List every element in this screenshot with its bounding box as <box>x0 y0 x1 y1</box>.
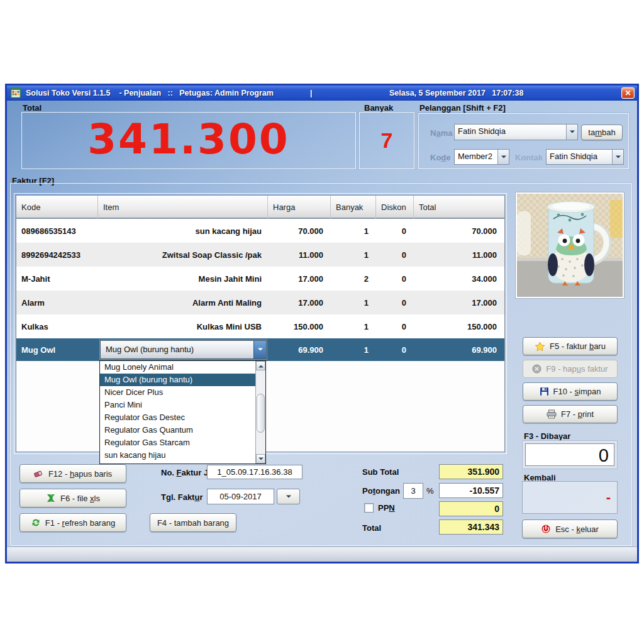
tambah-button[interactable]: tambah <box>581 125 623 140</box>
col-header-kode[interactable]: Kode <box>16 196 98 219</box>
cell-banyak: 1 <box>331 298 376 308</box>
potongan-pct-input[interactable]: 3 <box>403 483 423 499</box>
screenshot: Solusi Toko Versi 1.1.5 - Penjualan :: P… <box>0 0 644 644</box>
f9-hapus-faktur-button: F9 - hapus faktur <box>523 360 618 378</box>
cell-total: 70.000 <box>414 226 504 236</box>
dropdown-item[interactable]: Mug Lonely Animal <box>100 361 255 374</box>
cell-banyak: 1 <box>331 322 376 331</box>
refresh-icon <box>31 518 41 528</box>
cell-harga: 69.900 <box>268 345 331 355</box>
chevron-down-icon[interactable] <box>612 150 623 164</box>
col-header-banyak[interactable]: Banyak <box>331 196 376 219</box>
table-row[interactable]: M-Jahit Mesin Jahit Mini 17.000 2 0 34.0… <box>16 267 504 291</box>
cell-item: Alarm Anti Maling <box>98 298 268 308</box>
circle-x-icon <box>532 364 541 374</box>
cell-harga: 17.000 <box>268 274 331 284</box>
chevron-down-icon[interactable] <box>497 150 509 164</box>
ppn-checkbox[interactable] <box>364 503 374 513</box>
item-combo[interactable]: Mug Owl (burung hantu) <box>100 340 267 359</box>
f10-simpan-button[interactable]: F10 - simpan <box>523 382 618 401</box>
cell-item: Kulkas Mini USB <box>98 322 268 331</box>
close-button[interactable]: ✕ <box>621 87 635 99</box>
app-icon <box>11 88 21 98</box>
total-bottom-label: Total <box>362 523 381 533</box>
kode-combo-value: Member2 <box>455 150 497 164</box>
total-bottom-value: 341.343 <box>439 519 503 535</box>
col-header-harga[interactable]: Harga <box>268 196 331 219</box>
col-header-total[interactable]: Total <box>414 196 504 219</box>
table-row[interactable]: 089686535143 sun kacang hijau 70.000 1 0… <box>16 219 504 243</box>
app-window: Solusi Toko Versi 1.1.5 - Penjualan :: P… <box>5 84 639 564</box>
dropdown-item[interactable]: sun kacang hijau <box>100 449 255 462</box>
cell-item: Zwitsal Soap Classic /pak <box>98 250 268 260</box>
printer-icon <box>547 409 557 419</box>
cell-banyak: 1 <box>331 226 376 236</box>
button-label: F1 - refresh barang <box>45 518 115 528</box>
dropdown-item[interactable]: Regulator Gas Destec <box>100 411 255 424</box>
cell-kode: Alarm <box>16 298 98 308</box>
kode-combo[interactable]: Member2 <box>454 149 509 165</box>
f6-file-xls-button[interactable]: F6 - file xls <box>19 489 126 508</box>
kembali-display: - <box>522 481 618 514</box>
f12-hapus-baris-button[interactable]: F12 - hapus baris <box>19 464 126 483</box>
dropdown-item[interactable]: Panci Mini <box>100 399 255 411</box>
table-row[interactable]: Kulkas Kulkas Mini USB 150.000 1 0 150.0… <box>16 314 504 338</box>
chevron-down-icon[interactable] <box>566 125 577 140</box>
cell-kode: Kulkas <box>16 322 98 331</box>
cell-harga: 11.000 <box>268 250 331 260</box>
scroll-down-icon[interactable] <box>256 454 265 464</box>
power-icon <box>541 524 551 534</box>
window-title: Solusi Toko Versi 1.1.5 - Penjualan :: P… <box>26 89 274 97</box>
cell-diskon: 0 <box>376 274 414 284</box>
dropdown-item[interactable]: Regulator Gas Quantum <box>100 424 255 436</box>
floppy-disk-icon <box>540 387 549 396</box>
cell-item: Mesin Jahit Mini <box>98 274 268 284</box>
f1-refresh-barang-button[interactable]: F1 - refresh barang <box>19 513 126 532</box>
col-header-item[interactable]: Item <box>98 196 268 219</box>
dropdown-item[interactable]: Regulator Gas Starcam <box>100 436 255 449</box>
f7-print-button[interactable]: F7 - print <box>523 405 618 423</box>
col-header-diskon[interactable]: Diskon <box>376 196 414 219</box>
tgl-faktur-input[interactable]: 05-09-2017 <box>207 489 274 504</box>
cell-total: 17.000 <box>414 298 504 308</box>
kontak-combo[interactable]: Fatin Shidqia <box>546 149 624 165</box>
nama-label: Nama <box>430 128 452 138</box>
subtotal-label: Sub Total <box>362 467 399 477</box>
button-label: Esc - keluar <box>555 525 599 534</box>
dropdown-item-selected[interactable]: Mug Owl (burung hantu) <box>100 374 255 386</box>
title-datetime: Selasa, 5 September 2017 17:07:38 <box>389 89 523 97</box>
percent-sign: % <box>426 486 434 496</box>
scroll-up-icon[interactable] <box>256 361 265 370</box>
pelanggan-title: Pelanggan [Shift + F2] <box>419 103 506 113</box>
subtotal-value: 351.900 <box>439 464 503 479</box>
cell-kode: Mug Owl <box>16 345 98 355</box>
table-row[interactable]: Alarm Alarm Anti Maling 17.000 1 0 17.00… <box>16 291 504 314</box>
chevron-down-icon[interactable] <box>253 341 266 358</box>
nama-combo[interactable]: Fatin Shidqia <box>454 124 578 140</box>
item-count-display: 7 <box>359 112 414 169</box>
no-faktur-input[interactable]: 1_05.09.17.16.36.38 <box>207 465 303 479</box>
esc-keluar-button[interactable]: Esc - keluar <box>522 519 618 538</box>
cell-diskon: 0 <box>376 322 414 331</box>
kode-label: Kode <box>430 153 451 162</box>
total-label: Total <box>23 103 42 113</box>
cell-diskon: 0 <box>376 250 414 260</box>
dropdown-item[interactable]: Nicer Dicer Plus <box>100 386 255 399</box>
f5-faktur-baru-button[interactable]: F5 - faktur baru <box>523 337 618 355</box>
f4-tambah-barang-button[interactable]: F4 - tambah barang <box>150 513 236 532</box>
potongan-label: Potongan <box>362 486 400 496</box>
date-picker-button[interactable] <box>277 489 300 504</box>
ppn-label: PPN <box>378 503 395 513</box>
button-label: F12 - hapus baris <box>48 469 112 479</box>
button-label: F9 - hapus faktur <box>546 364 608 374</box>
cell-banyak: 2 <box>331 274 376 284</box>
table-row[interactable]: 8992694242533 Zwitsal Soap Classic /pak … <box>16 243 504 267</box>
eraser-icon <box>34 469 44 479</box>
dropdown-scrollbar[interactable] <box>255 361 265 464</box>
cell-harga: 17.000 <box>268 298 331 308</box>
scrollbar-thumb[interactable] <box>257 394 265 433</box>
dibayar-input[interactable]: 0 <box>525 443 614 466</box>
nama-combo-value: Fatin Shidqia <box>455 125 566 140</box>
cell-total: 69.900 <box>414 345 504 355</box>
cell-total: 34.000 <box>414 274 504 284</box>
